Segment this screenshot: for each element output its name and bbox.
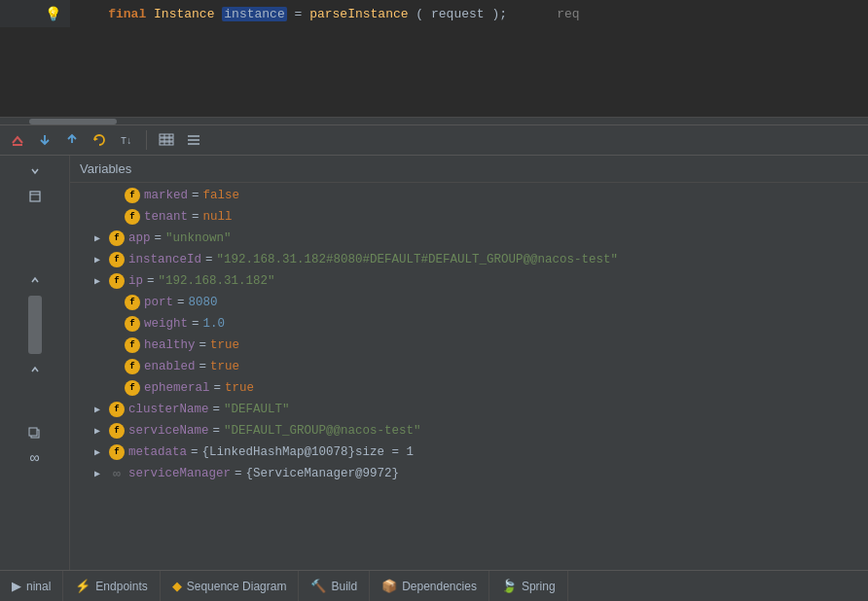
expand-arrow[interactable]: ▶ bbox=[90, 444, 105, 460]
tab-terminal[interactable]: ▶ ninal bbox=[0, 571, 63, 601]
expand-arrow[interactable]: ▶ bbox=[90, 252, 105, 267]
variables-header: Variables bbox=[70, 156, 868, 183]
expand-arrow[interactable]: ▶ bbox=[90, 230, 105, 246]
field-badge: f bbox=[125, 380, 140, 396]
var-item[interactable]: ▶fclusterName = "DEFAULT" bbox=[70, 399, 868, 420]
tab-sequence-diagram[interactable]: ◆ Sequence Diagram bbox=[161, 571, 300, 601]
field-badge: f bbox=[109, 273, 125, 289]
field-name: clusterName bbox=[128, 403, 209, 416]
field-equals: = bbox=[192, 317, 199, 331]
tab-dependencies[interactable]: 📦 Dependencies bbox=[370, 571, 489, 601]
field-value: true bbox=[210, 360, 239, 373]
var-item[interactable]: fport = 8080 bbox=[70, 292, 868, 313]
field-badge: f bbox=[125, 316, 140, 332]
var-instance-highlight: instance bbox=[222, 7, 286, 21]
infinity-button[interactable]: ∞ bbox=[23, 447, 47, 471]
filter-button[interactable]: T↓ bbox=[115, 128, 138, 152]
var-item[interactable]: ▶fip = "192.168.31.182" bbox=[70, 270, 868, 292]
bulb-icon[interactable]: 💡 bbox=[43, 6, 62, 22]
field-name: ephemeral bbox=[144, 381, 210, 395]
svg-rect-10 bbox=[30, 192, 40, 201]
horizontal-scrollbar[interactable] bbox=[0, 117, 868, 124]
code-content: final Instance instance = parseInstance … bbox=[70, 7, 868, 21]
expand-arrow bbox=[105, 188, 121, 203]
expand-arrow[interactable]: ▶ bbox=[90, 423, 105, 439]
var-item[interactable]: fenabled = true bbox=[70, 356, 868, 377]
var-item[interactable]: fweight = 1.0 bbox=[70, 313, 868, 335]
list-view-button[interactable] bbox=[182, 128, 205, 152]
tab-build[interactable]: 🔨 Build bbox=[299, 571, 370, 601]
var-item[interactable]: ▶fserviceName = "DEFAULT_GROUP@@nacos-te… bbox=[70, 420, 868, 442]
debugger-toolbar: T↓ bbox=[0, 124, 868, 156]
copy-button[interactable] bbox=[23, 422, 47, 445]
field-badge: f bbox=[125, 188, 140, 203]
field-badge: ∞ bbox=[109, 466, 125, 481]
tab-terminal-label: ninal bbox=[26, 580, 51, 593]
expand-arrow bbox=[105, 359, 121, 374]
var-item[interactable]: fmarked = false bbox=[70, 185, 868, 206]
svg-rect-2 bbox=[160, 134, 173, 137]
field-equals: = bbox=[205, 253, 213, 266]
field-value: true bbox=[210, 338, 239, 352]
scrollbar-thumb[interactable] bbox=[29, 119, 117, 124]
svg-rect-13 bbox=[29, 428, 37, 436]
dependencies-icon: 📦 bbox=[381, 579, 397, 593]
field-value: true bbox=[225, 381, 254, 395]
field-value: null bbox=[203, 210, 233, 224]
field-name: metadata bbox=[128, 445, 187, 459]
var-item[interactable]: ▶finstanceId = "192.168.31.182#8080#DEFA… bbox=[70, 249, 868, 270]
variables-list[interactable]: fmarked = false ftenant = null▶fapp = "u… bbox=[70, 183, 868, 570]
var-item[interactable]: fhealthy = true bbox=[70, 335, 868, 356]
vertical-scrollbar-thumb[interactable] bbox=[28, 296, 42, 354]
var-item[interactable]: ▶∞serviceManager = {ServiceManager@9972} bbox=[70, 463, 868, 484]
field-value: "192.168.31.182#8080#DEFAULT#DEFAULT_GRO… bbox=[217, 253, 619, 266]
field-equals: = bbox=[213, 403, 221, 416]
field-name: healthy bbox=[144, 338, 196, 352]
expand-arrow[interactable]: ▶ bbox=[90, 402, 105, 417]
tab-spring[interactable]: 🍃 Spring bbox=[489, 571, 568, 601]
var-item[interactable]: ▶fmetadata = {LinkedHashMap@10078} size … bbox=[70, 442, 868, 463]
expand-arrow bbox=[105, 380, 121, 396]
field-value: 8080 bbox=[189, 296, 218, 309]
tab-endpoints[interactable]: ⚡ Endpoints bbox=[63, 571, 160, 601]
expand-arrow[interactable]: ▶ bbox=[90, 273, 105, 289]
step-over-button[interactable] bbox=[6, 128, 29, 152]
table-view-button[interactable] bbox=[155, 128, 178, 152]
toolbar-divider bbox=[146, 130, 147, 150]
endpoints-icon: ⚡ bbox=[75, 579, 90, 593]
expand-arrow bbox=[105, 209, 121, 225]
code-comment: req bbox=[534, 7, 580, 21]
main-content: ∞ Variables fmarked = false ftenant = nu… bbox=[0, 156, 868, 570]
var-item[interactable]: fephemeral = true bbox=[70, 377, 868, 399]
field-equals: = bbox=[177, 296, 185, 309]
field-value: 1.0 bbox=[203, 317, 226, 331]
field-value-suffix: size = 1 bbox=[355, 445, 414, 459]
var-item[interactable]: ftenant = null bbox=[70, 206, 868, 228]
scroll-up-button[interactable] bbox=[23, 268, 47, 292]
code-area: 💡 final Instance instance = parseInstanc… bbox=[0, 0, 868, 117]
field-name: instanceId bbox=[128, 253, 201, 266]
scroll-down-button[interactable] bbox=[23, 358, 47, 381]
method-name: parseInstance bbox=[309, 7, 408, 21]
field-value: false bbox=[203, 189, 240, 202]
step-out-button[interactable] bbox=[60, 128, 84, 152]
spring-icon: 🍃 bbox=[501, 579, 517, 593]
field-name: marked bbox=[144, 189, 188, 202]
field-equals: = bbox=[191, 445, 199, 459]
field-value: "DEFAULT" bbox=[224, 403, 290, 416]
field-equals: = bbox=[192, 189, 199, 202]
field-badge: f bbox=[125, 295, 140, 310]
rerun-button[interactable] bbox=[88, 128, 111, 152]
field-value: "unknown" bbox=[165, 231, 232, 245]
field-name: serviceName bbox=[128, 424, 209, 438]
field-equals: = bbox=[147, 274, 155, 288]
collapse-arrow-down[interactable] bbox=[23, 159, 47, 183]
tab-spring-label: Spring bbox=[522, 580, 556, 593]
expand-arrow[interactable]: ▶ bbox=[90, 466, 105, 481]
expand-button[interactable] bbox=[23, 185, 47, 208]
expand-arrow bbox=[105, 295, 121, 310]
var-item[interactable]: ▶fapp = "unknown" bbox=[70, 228, 868, 249]
field-name: port bbox=[144, 296, 173, 309]
step-into-button[interactable] bbox=[33, 128, 56, 152]
field-equals: = bbox=[199, 360, 207, 373]
